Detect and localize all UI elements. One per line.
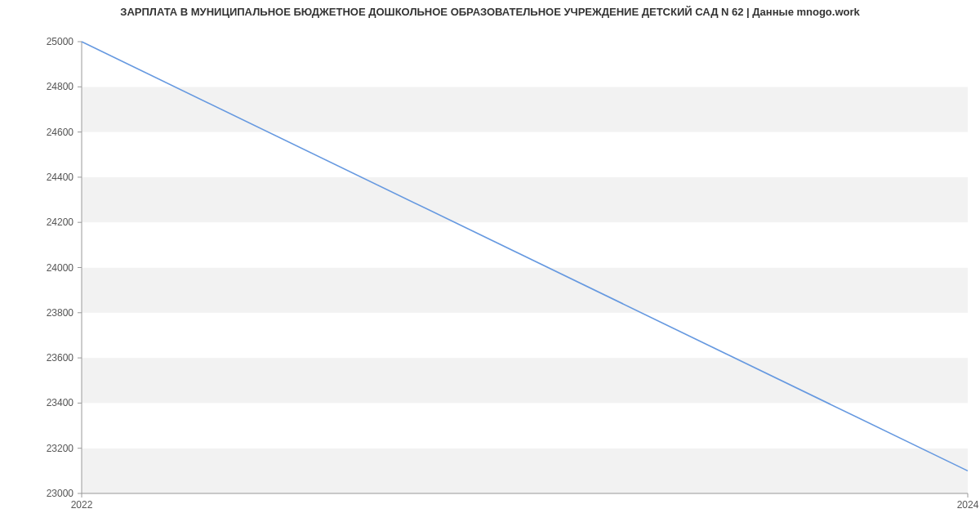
svg-text:24600: 24600 [47,127,74,138]
svg-text:23600: 23600 [47,352,74,364]
svg-text:24200: 24200 [47,216,74,228]
svg-rect-3 [82,313,968,358]
svg-rect-0 [82,448,968,493]
chart-container: ЗАРПЛАТА В МУНИЦИПАЛЬНОЕ БЮДЖЕТНОЕ ДОШКО… [0,0,980,531]
svg-text:25000: 25000 [47,36,74,47]
svg-text:2024: 2024 [957,499,979,511]
svg-text:24000: 24000 [47,262,74,274]
svg-text:24800: 24800 [47,81,74,92]
svg-text:23000: 23000 [47,488,74,499]
svg-rect-1 [82,403,968,448]
svg-text:24400: 24400 [47,172,74,183]
svg-rect-7 [82,132,968,177]
chart-plot: 2300023200234002360023800240002420024400… [0,21,980,528]
svg-text:23400: 23400 [47,397,74,408]
svg-rect-9 [82,42,968,87]
svg-rect-4 [82,268,968,313]
chart-title: ЗАРПЛАТА В МУНИЦИПАЛЬНОЕ БЮДЖЕТНОЕ ДОШКО… [0,0,980,21]
svg-text:2022: 2022 [71,499,93,511]
svg-text:23800: 23800 [47,307,74,319]
svg-text:23200: 23200 [47,443,74,454]
svg-rect-2 [82,358,968,403]
svg-rect-5 [82,222,968,267]
svg-rect-8 [82,87,968,132]
svg-rect-6 [82,177,968,222]
